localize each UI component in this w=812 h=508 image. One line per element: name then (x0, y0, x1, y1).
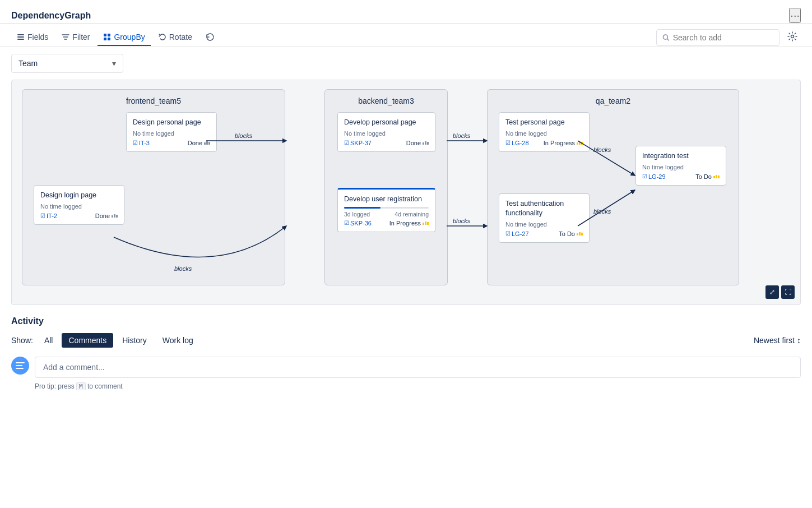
status-icon (423, 221, 429, 225)
checkbox-icon: ☑ (505, 140, 511, 146)
team-title-backend: backend_team3 (325, 90, 447, 110)
task-card-it2[interactable]: Design login page No time logged ☑ IT-2 … (34, 185, 124, 225)
groupby-button[interactable]: GroupBy (98, 29, 150, 46)
svg-rect-5 (104, 38, 106, 40)
status-icon (577, 232, 583, 235)
svg-rect-3 (104, 34, 106, 36)
fields-button[interactable]: Fields (11, 29, 54, 46)
page-title: DependencyGraph (11, 11, 91, 21)
tab-comments[interactable]: Comments (62, 333, 113, 348)
task-footer: ☑ LG-27 To Do (505, 230, 583, 237)
pro-tip-key: M (76, 382, 86, 390)
fields-icon (17, 33, 25, 41)
task-id: ☑ LG-29 (642, 173, 666, 180)
task-card-lg27[interactable]: Test authentication functionality No tim… (499, 193, 590, 243)
remaining-time: 4d remaining (395, 211, 429, 218)
avatar-decoration (12, 358, 28, 373)
filter-button[interactable]: Filter (56, 29, 95, 46)
task-title: Integration test (642, 151, 720, 161)
task-status: Done (188, 140, 210, 146)
graph-container: frontend_team5 Design personal page No t… (11, 80, 801, 305)
fullscreen-button[interactable]: ⛶ (781, 285, 795, 299)
task-status: To Do (559, 230, 583, 237)
toolbar-right (656, 28, 801, 47)
svg-rect-2 (17, 39, 24, 40)
team-group-qa: qa_team2 Test personal page No time logg… (487, 89, 739, 285)
task-status: Done (95, 213, 118, 219)
task-card-lg29[interactable]: Integration test No time logged ☑ LG-29 … (635, 146, 726, 186)
task-status: Done (406, 140, 429, 146)
task-card-skp36[interactable]: Develop user registration 3d logged 4d r… (337, 188, 435, 232)
task-title: Design login page (40, 191, 118, 200)
status-icon (204, 141, 210, 145)
filter-icon (62, 33, 69, 41)
task-time: No time logged (40, 203, 118, 210)
svg-point-8 (791, 35, 794, 38)
task-footer: ☑ LG-28 In Progress (505, 140, 583, 146)
logged-time: 3d logged (344, 211, 370, 218)
task-progress (344, 207, 429, 209)
sort-selector[interactable]: Newest first ↕ (754, 336, 801, 345)
svg-rect-4 (108, 34, 110, 36)
task-id: ☑ LG-27 (505, 230, 529, 237)
team-title-qa: qa_team2 (488, 90, 739, 110)
more-options-button[interactable]: ··· (789, 8, 801, 23)
task-id: ☑ IT-2 (40, 213, 57, 219)
svg-rect-6 (108, 38, 110, 40)
task-time-row: 3d logged 4d remaining (344, 211, 429, 218)
tab-history[interactable]: History (115, 333, 154, 348)
checkbox-icon: ☑ (133, 140, 138, 146)
task-footer: ☑ IT-2 Done (40, 213, 118, 219)
rotate-icon (159, 33, 166, 41)
group-select[interactable]: Team ▾ (11, 54, 123, 73)
task-id: ☑ SKP-36 (344, 220, 372, 227)
task-title: Develop user registration (344, 195, 429, 204)
activity-section: Activity Show: All Comments History Work… (0, 305, 812, 390)
group-select-value: Team (18, 59, 38, 68)
checkbox-icon: ☑ (505, 230, 511, 237)
tab-worklog[interactable]: Work log (156, 333, 200, 348)
settings-button[interactable] (784, 28, 801, 47)
task-time: No time logged (344, 130, 429, 137)
refresh-icon (206, 33, 215, 41)
task-card-it3[interactable]: Design personal page No time logged ☑ IT… (126, 112, 217, 152)
task-card-lg28[interactable]: Test personal page No time logged ☑ LG-2… (499, 112, 590, 152)
gear-icon (787, 31, 797, 41)
avatar-line-1 (16, 362, 25, 363)
task-footer: ☑ SKP-37 Done (344, 140, 429, 146)
team-title-frontend: frontend_team5 (22, 90, 285, 110)
svg-text:blocks: blocks (453, 132, 471, 139)
search-box[interactable] (656, 29, 779, 46)
status-icon (577, 141, 583, 145)
external-link-button[interactable]: ⤢ (765, 285, 779, 299)
chevron-down-icon: ▾ (112, 59, 116, 68)
show-label: Show: (11, 336, 33, 345)
team-group-backend: backend_team3 Develop personal page No t… (324, 89, 448, 285)
task-status: To Do (695, 173, 720, 180)
graph-layout: frontend_team5 Design personal page No t… (12, 80, 800, 304)
svg-rect-0 (17, 34, 24, 35)
task-card-skp37[interactable]: Develop personal page No time logged ☑ S… (337, 112, 435, 152)
sort-icon: ↕ (797, 336, 801, 345)
pro-tip: Pro tip: press M to comment (35, 382, 801, 390)
rotate-button[interactable]: Rotate (153, 29, 198, 46)
comment-input[interactable]: Add a comment... (35, 357, 801, 378)
task-time: No time logged (133, 130, 210, 137)
groupby-icon (103, 33, 111, 41)
search-input[interactable] (673, 33, 773, 42)
task-footer: ☑ IT-3 Done (133, 140, 210, 146)
checkbox-icon: ☑ (344, 220, 349, 226)
svg-text:blocks: blocks (453, 218, 471, 224)
activity-title: Activity (11, 316, 801, 326)
svg-rect-1 (17, 36, 24, 38)
search-icon (662, 34, 670, 41)
groupby-section: Team ▾ (0, 47, 812, 80)
task-title: Test authentication functionality (505, 199, 583, 218)
refresh-button[interactable] (200, 29, 220, 46)
user-avatar (11, 357, 29, 375)
team-group-frontend: frontend_team5 Design personal page No t… (22, 89, 285, 285)
task-status: In Progress (389, 220, 429, 227)
task-title: Test personal page (505, 118, 583, 127)
tab-all[interactable]: All (38, 333, 60, 348)
task-id: ☑ IT-3 (133, 140, 150, 146)
